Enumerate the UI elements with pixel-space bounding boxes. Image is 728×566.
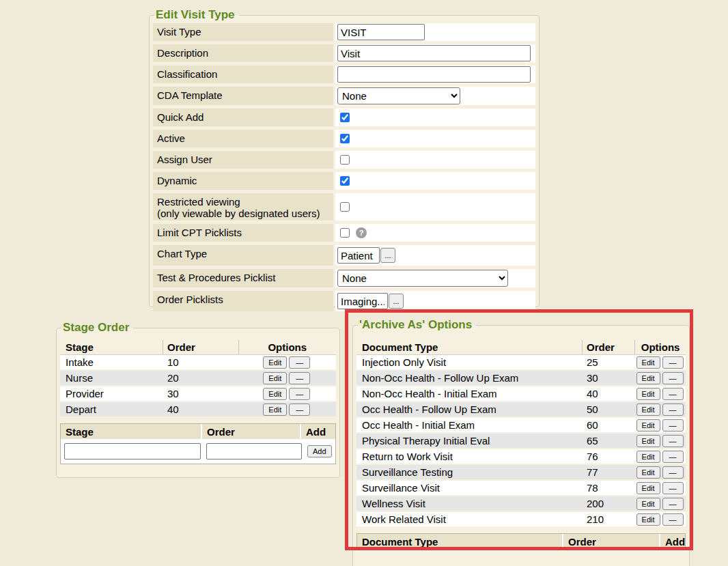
help-question-icon[interactable]: ? xyxy=(356,227,367,238)
archive-add-header: Document Type Order Add xyxy=(357,534,685,549)
quick-add-cell xyxy=(335,109,535,126)
visit-type-input[interactable] xyxy=(337,24,425,40)
table-row: Provider 30 Edit — xyxy=(60,386,336,402)
edit-button[interactable]: Edit xyxy=(636,372,660,384)
dynamic-checkbox[interactable] xyxy=(340,176,350,186)
edit-button[interactable]: Edit xyxy=(263,388,287,400)
quick-add-checkbox[interactable] xyxy=(340,113,350,122)
form-row-quick-add: Quick Add xyxy=(153,109,535,126)
remove-button[interactable]: — xyxy=(662,435,684,447)
remove-button[interactable]: — xyxy=(289,388,310,400)
add-document-type-column-header: Document Type xyxy=(357,534,562,549)
remove-button[interactable]: — xyxy=(662,466,684,479)
edit-button[interactable]: Edit xyxy=(263,372,287,384)
description-input[interactable] xyxy=(337,45,531,61)
active-checkbox[interactable] xyxy=(340,134,350,143)
stage-add-row: Add xyxy=(61,439,335,464)
chart-type-cell: ... xyxy=(335,245,535,266)
stage-cell: Intake xyxy=(60,356,163,368)
order-cell: 210 xyxy=(582,513,634,525)
restricted-viewing-checkbox[interactable] xyxy=(340,202,350,212)
remove-button[interactable]: — xyxy=(289,404,310,416)
edit-button[interactable]: Edit xyxy=(636,388,660,400)
classification-input[interactable] xyxy=(337,66,531,83)
table-row: Intake 10 Edit — xyxy=(60,355,336,371)
remove-button[interactable]: — xyxy=(662,404,684,416)
new-stage-order-input[interactable] xyxy=(206,443,302,459)
remove-button[interactable]: — xyxy=(662,388,684,400)
options-column-header: Options xyxy=(635,341,686,353)
edit-button[interactable]: Edit xyxy=(263,404,287,416)
order-cell: 10 xyxy=(163,356,238,368)
stage-order-legend: Stage Order xyxy=(61,321,133,335)
table-row: Occ Health - Follow Up Exam 50 Edit — xyxy=(356,402,686,418)
limit-cpt-label: Limit CPT Picklists xyxy=(153,224,333,242)
remove-button[interactable]: — xyxy=(662,451,684,463)
edit-button[interactable]: Edit xyxy=(636,451,660,463)
new-stage-input[interactable] xyxy=(64,443,201,459)
cda-template-cell: None xyxy=(335,87,535,105)
remove-button[interactable]: — xyxy=(662,419,684,431)
edit-visit-type-legend: Edit Visit Type xyxy=(154,8,239,22)
active-cell xyxy=(335,130,535,147)
remove-button[interactable]: — xyxy=(662,513,684,526)
edit-button[interactable]: Edit xyxy=(636,356,660,369)
edit-button[interactable]: Edit xyxy=(636,435,660,447)
form-row-limit-cpt: Limit CPT Picklists ? xyxy=(153,224,535,242)
limit-cpt-checkbox[interactable] xyxy=(340,228,350,238)
form-row-chart-type: Chart Type ... xyxy=(153,245,535,266)
quick-add-label: Quick Add xyxy=(153,109,333,126)
form-row-dynamic: Dynamic xyxy=(153,172,535,190)
archive-as-options-legend: 'Archive As' Options xyxy=(358,318,476,332)
archive-add-box: Document Type Order Add xyxy=(356,533,686,550)
order-cell: 30 xyxy=(163,388,238,399)
assign-user-checkbox[interactable] xyxy=(340,155,350,165)
edit-button[interactable]: Edit xyxy=(636,482,660,494)
restricted-viewing-label-line2: (only viewable by designated users) xyxy=(157,208,331,219)
document-type-cell: Injection Only Visit xyxy=(356,356,582,368)
table-row: Work Related Visit 210 Edit — xyxy=(356,512,686,528)
add-add-column-header: Add xyxy=(301,424,335,439)
add-stage-button[interactable]: Add xyxy=(307,445,332,457)
document-type-cell: Occ Health - Initial Exam xyxy=(356,419,582,431)
chart-type-browse-button[interactable]: ... xyxy=(380,248,395,263)
order-cell: 78 xyxy=(582,482,634,494)
classification-label: Classification xyxy=(153,66,333,83)
document-type-cell: Surveillance Visit xyxy=(356,482,582,494)
order-picklists-input[interactable] xyxy=(337,293,388,309)
order-cell: 60 xyxy=(582,419,634,431)
chart-type-input[interactable] xyxy=(337,247,380,264)
edit-button[interactable]: Edit xyxy=(636,404,660,416)
remove-button[interactable]: — xyxy=(289,356,310,369)
table-row: Surveillance Visit 78 Edit — xyxy=(356,481,686,496)
document-type-cell: Wellness Visit xyxy=(356,498,582,509)
visit-type-label: Visit Type xyxy=(153,23,333,41)
edit-button[interactable]: Edit xyxy=(263,356,287,369)
edit-button[interactable]: Edit xyxy=(636,466,660,479)
edit-visit-type-panel: Edit Visit Type Visit Type Description C… xyxy=(149,8,540,307)
cda-template-select[interactable]: None xyxy=(337,87,460,104)
form-row-cda-template: CDA Template None xyxy=(153,87,535,105)
table-row: Surveillance Testing 77 Edit — xyxy=(356,465,686,481)
order-cell: 20 xyxy=(163,372,238,384)
order-picklists-browse-button[interactable]: ... xyxy=(389,294,404,309)
options-column-header: Options xyxy=(239,341,336,353)
remove-button[interactable]: — xyxy=(289,372,310,384)
stage-add-header: Stage Order Add xyxy=(61,424,335,439)
limit-cpt-cell: ? xyxy=(335,224,535,242)
stage-column-header: Stage xyxy=(60,341,163,353)
edit-button[interactable]: Edit xyxy=(636,419,660,431)
table-row: Occ Health - Initial Exam 60 Edit — xyxy=(356,418,686,434)
remove-button[interactable]: — xyxy=(662,372,684,384)
classification-cell xyxy=(335,66,535,83)
remove-button[interactable]: — xyxy=(662,482,684,494)
edit-button[interactable]: Edit xyxy=(636,498,660,510)
remove-button[interactable]: — xyxy=(662,356,684,369)
stage-cell: Provider xyxy=(60,388,163,399)
remove-button[interactable]: — xyxy=(662,498,684,510)
table-row: Non-Occ Health - Initial Exam 40 Edit — xyxy=(356,386,686,402)
form-row-classification: Classification xyxy=(153,66,535,83)
form-row-description: Description xyxy=(153,44,535,62)
edit-button[interactable]: Edit xyxy=(636,513,660,526)
test-procedures-select[interactable]: None xyxy=(337,270,508,287)
